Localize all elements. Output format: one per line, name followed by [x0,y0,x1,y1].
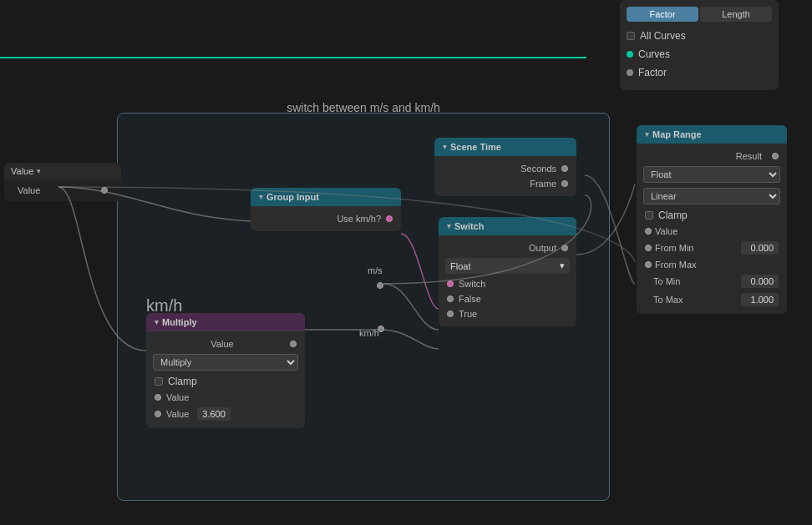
switch-dropdown[interactable]: Float ▾ [445,258,570,274]
switch-collapse[interactable]: ▾ [447,222,451,230]
factor-tab[interactable]: Factor [627,7,698,22]
result-socket[interactable] [772,153,779,159]
result-row: Result [637,149,787,164]
from-min-label: From Min [655,243,738,253]
node-editor: Factor Length All Curves Curves Factor s… [0,0,812,525]
false-input-row: False [439,291,576,306]
map-range-header: ▾ Map Range [637,125,787,144]
to-max-value[interactable]: 1.000 [741,293,779,306]
kmh-socket[interactable] [378,326,384,332]
multiply-in-socket1[interactable] [155,394,161,401]
multiply-clamp-checkbox[interactable] [155,377,163,386]
to-max-row: To Max 1.000 [637,290,787,309]
map-range-clamp-checkbox[interactable] [645,211,653,220]
multiply-value-in-label: Value [166,392,189,402]
float-select[interactable]: Float [643,166,780,183]
factor-length-tabs: Factor Length [627,7,772,22]
switch-input-row: Switch [439,276,576,291]
multiply-value-out-label: Value [211,339,233,349]
to-min-label: To Min [653,276,738,286]
value-output-label: Value [18,185,40,195]
map-range-clamp-label: Clamp [658,209,688,221]
from-max-socket[interactable] [645,261,652,268]
multiply-out-socket[interactable] [290,341,297,347]
ms-label: m/s [368,265,383,275]
multiply-in-socket2[interactable] [155,411,161,417]
group-input-header: ▾ Group Input [251,188,401,206]
multiply-value-amount: 3.600 [197,407,231,421]
to-min-row: To Min 0.000 [637,272,787,290]
frame-label: Frame [530,179,556,189]
kmh-label: km/h [359,328,379,338]
length-tab[interactable]: Length [700,7,772,22]
from-min-value[interactable]: 0.000 [741,241,779,255]
multiply-clamp-row: Clamp [146,373,305,390]
use-kmh-socket[interactable] [386,215,393,222]
switch-title: Switch [454,221,484,231]
scene-time-header: ▾ Scene Time [434,138,576,156]
multiply-body: Value Multiply Clamp Value Value 3.600 [146,331,305,428]
value-node-body: Value [4,179,121,201]
true-input-row: True [439,306,576,321]
false-socket[interactable] [447,295,454,302]
multiply-clamp-label: Clamp [168,376,197,387]
seconds-row: Seconds [434,161,576,176]
result-label: Result [736,151,762,161]
factor-dot [627,69,633,76]
teal-curve-line [0,57,586,58]
switch-input-label: Switch [459,279,485,289]
switch-node: ▾ Switch Output Float ▾ Switch False [439,217,576,326]
value-output-row: Value [9,183,116,198]
all-curves-row: All Curves [627,28,772,43]
curves-label: Curves [638,48,670,60]
multiply-collapse[interactable]: ▾ [155,318,159,326]
map-range-collapse[interactable]: ▾ [645,130,649,139]
group-input-body: Use km/h? [251,206,401,231]
from-max-label: From Max [655,260,779,270]
false-label: False [459,294,481,304]
scene-time-body: Seconds Frame [434,156,576,196]
ms-socket[interactable] [377,282,383,289]
map-range-panel: ▾ Map Range Result Float Linear Clamp [637,125,787,314]
scene-time-title: Scene Time [450,142,501,152]
frame-row: Frame [434,176,576,191]
scene-time-node: ▾ Scene Time Seconds Frame [434,138,576,196]
map-range-title: Map Range [652,129,702,139]
use-kmh-label: Use km/h? [337,214,381,224]
switch-output-socket[interactable] [561,245,568,251]
multiply-value-in-row: Value [146,390,305,405]
multiply-type-select[interactable]: Multiply [153,354,298,371]
switch-socket[interactable] [447,280,454,287]
multiply-value-out-row: Value [146,336,305,351]
seconds-socket[interactable] [561,165,568,172]
true-label: True [459,309,477,319]
factor-row: Factor [627,65,772,80]
map-range-clamp-row: Clamp [637,207,787,224]
value-collapse-arrow[interactable]: ▾ [37,167,41,175]
all-curves-label: All Curves [640,30,686,42]
frame-socket[interactable] [561,180,568,187]
value-output-socket[interactable] [101,187,108,194]
multiply-value-inner-label: Value [166,409,189,419]
linear-select[interactable]: Linear [643,188,780,204]
group-input-collapse[interactable]: ▾ [259,193,263,201]
scene-time-collapse[interactable]: ▾ [443,143,447,151]
value-node: Value ▾ Value [4,163,121,201]
value-mr-label: Value [655,226,779,236]
multiply-value-amount-row: Value 3.600 [146,405,305,423]
from-max-row: From Max [637,257,787,272]
all-curves-checkbox[interactable] [627,32,635,40]
true-socket[interactable] [447,310,454,317]
to-max-label: To Max [653,295,738,305]
from-min-socket[interactable] [645,245,652,251]
curves-dot [627,51,633,58]
multiply-node: ▾ Multiply Value Multiply Clamp Value [146,313,305,428]
switch-output-row: Output [439,240,576,255]
to-min-value[interactable]: 0.000 [741,275,779,288]
switch-dropdown-label: Float [450,261,470,271]
switch-body: Output Float ▾ Switch False True [439,235,576,326]
multiply-title: Multiply [162,317,197,327]
factor-label: Factor [638,67,667,78]
switch-header: ▾ Switch [439,217,576,235]
value-in-socket[interactable] [645,228,652,235]
